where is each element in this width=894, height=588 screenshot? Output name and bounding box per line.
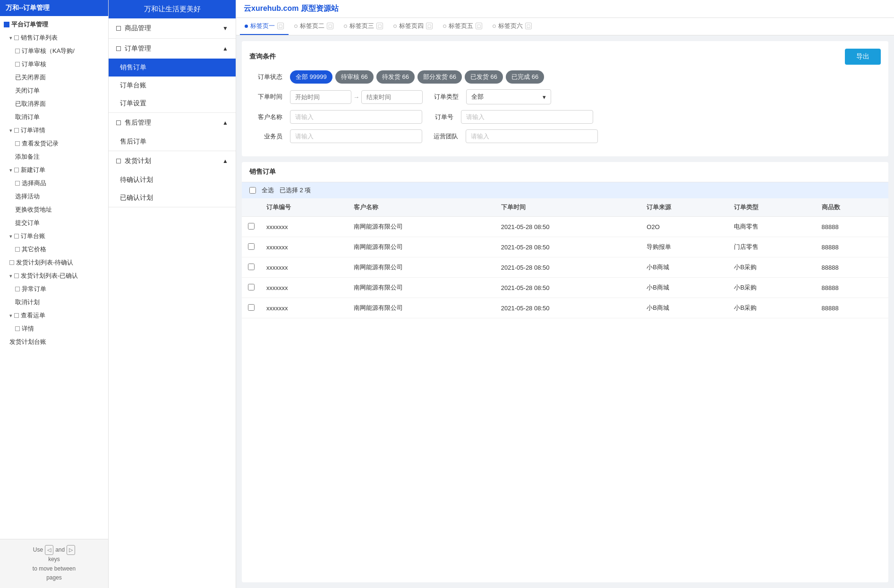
status-btn-pending[interactable]: 待审核 66 [335,70,374,84]
tab-close-icon[interactable]: □ [476,23,482,29]
export-button[interactable]: 导出 [845,49,881,65]
mid-menu-sales-order[interactable]: 销售订单 [109,59,236,77]
order-no-input[interactable] [461,110,593,124]
sidebar-item-order-detail[interactable]: ▾ 订单详情 [0,124,108,137]
mid-menu-order-account[interactable]: 订单台账 [109,77,236,94]
tab-close-icon[interactable]: □ [277,23,284,29]
sidebar-item-order-account[interactable]: ▾ 订单台账 [0,230,108,243]
nav-key-left[interactable]: ◁ [45,545,53,555]
cell-order-no: xxxxxxx [261,257,348,278]
tab-close-icon[interactable]: □ [525,23,532,29]
cell-product-count: 88888 [816,257,889,278]
sidebar-item-platform-order[interactable]: 平台订单管理 [0,18,108,31]
status-btn-all[interactable]: 全部 99999 [290,70,332,84]
mid-menu-pending-plan[interactable]: 待确认计划 [109,171,236,189]
ops-team-input[interactable] [466,129,598,143]
sidebar-item-sales-order-list[interactable]: ▾ 销售订单列表 [0,31,108,44]
tab-dot [393,25,397,28]
row-checkbox[interactable] [248,284,255,290]
tabs-bar: 标签页一 □ 标签页二 □ 标签页三 □ 标签页四 □ 标签页五 □ 标签页六 … [236,18,894,35]
customer-name-input[interactable] [290,110,422,124]
sidebar-item-select-activity[interactable]: 选择活动 [0,190,108,203]
table-row: xxxxxxx 南网能源有限公司 2021-05-28 08:50 O2O 电商… [242,217,888,237]
row-checkbox[interactable] [248,243,255,250]
sidebar-item-cancel-plan[interactable]: 取消计划 [0,296,108,309]
sidebar-item-delivery-account[interactable]: 发货计划台账 [0,335,108,349]
rect-icon [116,26,121,31]
table-row: xxxxxxx 南网能源有限公司 2021-05-28 08:50 小B商城 小… [242,257,888,278]
sidebar-item-view-delivery[interactable]: 查看发货记录 [0,137,108,150]
sidebar-item-cancelled-orders[interactable]: 已取消界面 [0,97,108,111]
sidebar-item-new-order[interactable]: ▾ 新建订单 [0,163,108,177]
mid-menu-confirmed-plan[interactable]: 已确认计划 [109,189,236,207]
sidebar-item-detail[interactable]: 详情 [0,322,108,335]
status-buttons: 全部 99999 待审核 66 待发货 66 部分发货 66 已发货 66 已完… [290,70,544,84]
sidebar-item-other-price[interactable]: 其它价格 [0,243,108,256]
tab-6[interactable]: 标签页六 □ [488,18,536,35]
end-time-input[interactable] [361,90,423,104]
expand-icon: ▾ [9,128,12,134]
cell-order-no: xxxxxxx [261,237,348,257]
main-header: 云xurehub.com 原型资源站 [236,0,894,18]
select-all-checkbox[interactable] [249,187,256,194]
sidebar-item-change-address[interactable]: 更换收货地址 [0,203,108,216]
th-checkbox [242,198,261,217]
order-type-select[interactable]: 全部 ▾ [466,89,551,104]
sidebar-item-delivery-plan-confirmed[interactable]: ▾ 发货计划列表-已确认 [0,269,108,282]
start-time-input[interactable] [290,90,351,104]
cell-order-no: xxxxxxx [261,217,348,237]
rect-icon [15,287,20,291]
mid-section-product-header[interactable]: 商品管理 ▼ [109,18,236,38]
main-header-title: 云xurehub.com 原型资源站 [244,4,339,14]
th-customer: 客户名称 [348,198,495,217]
status-btn-partial-ship[interactable]: 部分发货 66 [417,70,462,84]
th-product-count: 商品数 [816,198,889,217]
sidebar-item-order-review-ka[interactable]: 订单审核（KA导购/ [0,44,108,58]
row-checkbox[interactable] [248,264,255,270]
mid-section-delivery-plan-header[interactable]: 发货计划 ▲ [109,151,236,171]
status-btn-completed[interactable]: 已完成 66 [506,70,544,84]
sidebar-item-select-product[interactable]: 选择商品 [0,177,108,190]
salesperson-input[interactable] [290,129,422,143]
tab-close-icon[interactable]: □ [426,23,433,29]
tab-3[interactable]: 标签页三 □ [339,18,388,35]
tab-5[interactable]: 标签页五 □ [438,18,487,35]
mid-menu-after-sales-order[interactable]: 售后订单 [109,133,236,151]
order-status-row: 订单状态 全部 99999 待审核 66 待发货 66 部分发货 66 已发货 … [249,70,881,84]
rect-icon [116,120,121,125]
sidebar-item-view-logistics[interactable]: ▾ 查看运单 [0,309,108,322]
sidebar-mid: 万和让生活更美好 商品管理 ▼ 订单管理 ▲ 销售订单 订单台账 订单设置 [109,0,236,588]
mid-section-order-header[interactable]: 订单管理 ▲ [109,39,236,59]
cell-product-count: 88888 [816,237,889,257]
mid-menu-order-settings[interactable]: 订单设置 [109,94,236,112]
tab-4[interactable]: 标签页四 □ [389,18,437,35]
sidebar-item-submit-order[interactable]: 提交订单 [0,216,108,230]
row-checkbox[interactable] [248,223,255,230]
sidebar-item-order-review[interactable]: 订单审核 [0,58,108,71]
cell-order-time: 2021-05-28 08:50 [495,257,641,278]
sidebar-item-closed-orders[interactable]: 已关闭界面 [0,71,108,84]
status-btn-shipped[interactable]: 已发货 66 [465,70,503,84]
nav-key-right[interactable]: ▷ [67,545,75,555]
tab-1[interactable]: 标签页一 □ [240,18,289,35]
rect-icon [9,260,14,265]
sidebar-item-delivery-plan-pending[interactable]: 发货计划列表-待确认 [0,256,108,269]
tab-close-icon[interactable]: □ [376,23,383,29]
mid-section-product: 商品管理 ▼ [109,18,236,39]
chevron-down-icon: ▾ [543,94,546,101]
sidebar-item-add-remark[interactable]: 添加备注 [0,150,108,163]
mid-section-after-sales-header[interactable]: 售后管理 ▲ [109,113,236,133]
mid-header-title: 万和让生活更美好 [109,0,236,18]
sidebar-item-abnormal-order[interactable]: 异常订单 [0,282,108,296]
sidebar-left-title: 万和--订单管理 [0,0,108,16]
table-row: xxxxxxx 南网能源有限公司 2021-05-28 08:50 小B商城 小… [242,298,888,318]
tab-2[interactable]: 标签页二 □ [289,18,338,35]
sidebar-item-close-order[interactable]: 关闭订单 [0,84,108,97]
order-status-label: 订单状态 [249,73,282,81]
status-btn-pending-ship[interactable]: 待发货 66 [376,70,415,84]
cell-order-type: 小B采购 [728,298,816,318]
rect-icon [116,46,121,51]
sidebar-item-cancel-order[interactable]: 取消订单 [0,111,108,124]
tab-close-icon[interactable]: □ [327,23,333,29]
row-checkbox[interactable] [248,304,255,311]
